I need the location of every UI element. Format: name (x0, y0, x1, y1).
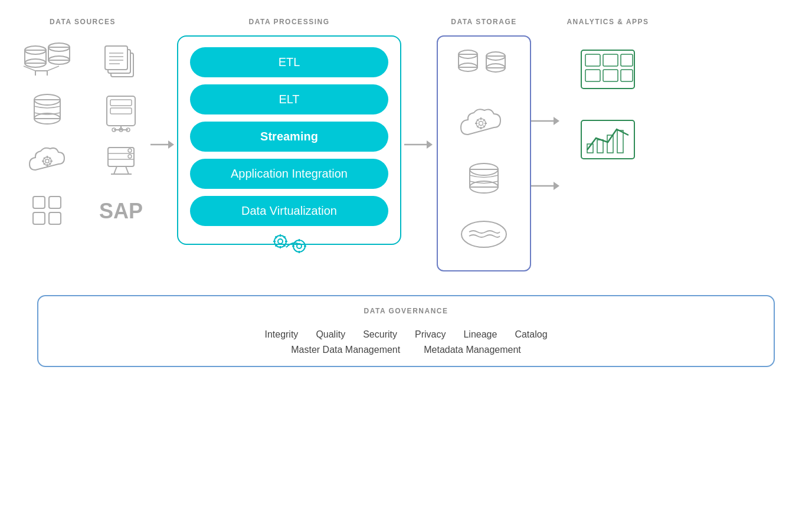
processing-box: ETL ELT Streaming Application Integratio… (177, 35, 401, 245)
data-storage-section: DATA STORAGE (437, 18, 531, 271)
svg-rect-23 (110, 108, 132, 114)
svg-rect-88 (470, 169, 498, 187)
sap-text: SAP (99, 199, 143, 224)
analytics-label: ANALYTICS & APPS (567, 18, 649, 26)
governance-catalog: Catalog (515, 329, 547, 340)
analytics-section: ANALYTICS & APPS (561, 18, 655, 164)
governance-label: DATA GOVERNANCE (364, 307, 448, 315)
data-processing-section: DATA PROCESSING ETL ELT Streaming Applic… (177, 18, 401, 245)
svg-rect-101 (621, 70, 633, 81)
main-row: DATA SOURCES (18, 18, 794, 271)
svg-marker-92 (554, 117, 559, 125)
svg-line-44 (114, 166, 117, 174)
processing-footer-icon (269, 230, 310, 261)
svg-point-78 (479, 122, 483, 126)
svg-point-43 (128, 155, 132, 158)
diagram-container: DATA SOURCES (0, 0, 812, 514)
data-processing-label: DATA PROCESSING (249, 18, 330, 26)
svg-point-63 (293, 240, 305, 252)
storage-datalake-icon (457, 218, 510, 253)
svg-rect-106 (617, 130, 623, 153)
svg-point-64 (297, 244, 302, 248)
governance-quality: Quality (316, 329, 345, 340)
governance-metadata: Metadata Management (424, 345, 521, 355)
dashboard-icon (578, 47, 637, 94)
governance-security: Security (363, 329, 397, 340)
single-db-icon (18, 91, 77, 130)
svg-rect-22 (110, 100, 132, 106)
svg-point-90 (461, 221, 506, 247)
streaming-button[interactable]: Streaming (190, 122, 388, 152)
svg-rect-4 (48, 47, 70, 60)
svg-line-45 (126, 166, 129, 174)
svg-rect-47 (33, 197, 45, 208)
analytics-icons-list (578, 47, 637, 164)
svg-marker-70 (427, 140, 433, 149)
governance-lineage: Lineage (463, 329, 497, 340)
arrows-storage-analytics (531, 18, 561, 195)
appliance-icon (94, 142, 148, 180)
arrow-processing-storage (401, 18, 437, 153)
elt-button[interactable]: ELT (190, 84, 388, 114)
governance-items-row1: Integrity Quality Security Privacy Linea… (264, 329, 547, 340)
svg-rect-75 (486, 56, 505, 68)
svg-rect-72 (459, 54, 477, 67)
storage-db-cluster-icon (454, 48, 513, 86)
arrow-sources-processing (148, 18, 177, 153)
cloud-services-icon (18, 142, 77, 180)
server-appliance-icon (94, 91, 148, 130)
storage-cloud-icon (457, 104, 510, 145)
chart-icon (578, 117, 637, 164)
svg-rect-39 (108, 148, 134, 166)
svg-rect-19 (34, 100, 60, 119)
apps-grid-icon (18, 192, 77, 230)
svg-rect-97 (603, 54, 618, 66)
data-sources-label: DATA SOURCES (50, 18, 116, 26)
data-sources-section: DATA SOURCES (18, 18, 148, 230)
storage-box (437, 35, 531, 271)
svg-line-10 (47, 66, 59, 71)
svg-rect-99 (585, 70, 600, 81)
svg-point-30 (45, 159, 49, 163)
governance-integrity: Integrity (264, 329, 298, 340)
svg-rect-49 (33, 212, 45, 224)
svg-point-42 (128, 149, 132, 152)
databases-cluster-icon (18, 41, 77, 80)
files-icon (94, 41, 148, 80)
governance-privacy: Privacy (415, 329, 446, 340)
svg-rect-21 (107, 96, 135, 126)
governance-row: DATA GOVERNANCE Integrity Quality Securi… (37, 295, 775, 367)
svg-rect-98 (621, 54, 633, 66)
svg-rect-50 (49, 212, 61, 224)
etl-button[interactable]: ETL (190, 47, 388, 77)
svg-rect-100 (603, 70, 618, 81)
svg-marker-94 (554, 182, 559, 190)
data-storage-label: DATA STORAGE (451, 18, 517, 26)
svg-rect-13 (105, 46, 127, 70)
svg-rect-96 (585, 54, 600, 66)
governance-master-data: Master Data Management (291, 345, 400, 355)
data-virtualization-button[interactable]: Data Virtualization (190, 196, 388, 226)
svg-marker-52 (168, 140, 174, 149)
svg-rect-104 (597, 140, 603, 153)
governance-items-row2: Master Data Management Metadata Manageme… (291, 345, 521, 355)
svg-rect-1 (25, 50, 46, 63)
sap-label: SAP (94, 192, 148, 230)
app-integration-button[interactable]: Application Integration (190, 159, 388, 189)
svg-point-54 (278, 239, 283, 244)
svg-rect-48 (49, 197, 61, 208)
storage-single-db-icon (463, 162, 505, 200)
sources-icons-grid: SAP (18, 41, 148, 230)
